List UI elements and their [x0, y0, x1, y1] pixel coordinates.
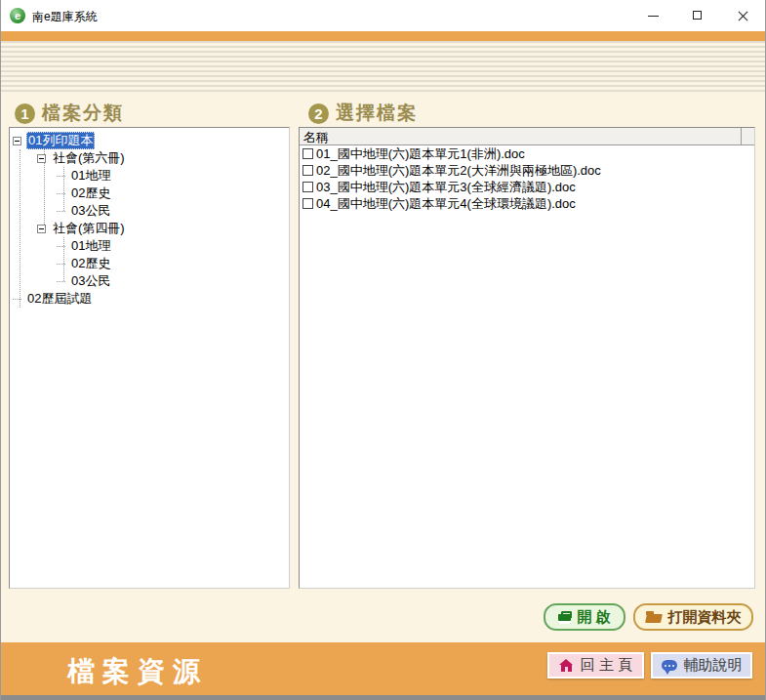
tree-item[interactable]: 02歷史 — [10, 185, 289, 202]
help-button[interactable]: 輔助說明 — [651, 652, 752, 679]
tree-item[interactable]: 01列印題本 — [10, 132, 289, 149]
app-icon: e — [10, 8, 25, 23]
close-button[interactable] — [720, 0, 765, 31]
window-title: 南e題庫系統 — [32, 9, 98, 25]
tree-item-label[interactable]: 03公民 — [69, 272, 112, 290]
collapse-icon[interactable] — [37, 225, 46, 233]
file-name[interactable]: 02_國中地理(六)題本單元2(大洋洲與兩極地區).doc — [316, 162, 601, 180]
checkbox[interactable] — [302, 198, 313, 209]
category-tree: 01列印題本 社會(第六冊) 01地理 02歷史 03公民 社會(第四冊) 01… — [9, 127, 290, 589]
tree-item-label[interactable]: 01地理 — [69, 167, 112, 185]
window-bottom-edge — [1, 695, 765, 700]
open-folder-button-label: 打開資料夾 — [668, 608, 742, 627]
maximize-icon — [693, 11, 702, 20]
tree-item[interactable]: 01地理 — [10, 237, 289, 255]
minimize-button[interactable] — [630, 0, 675, 31]
app-window: e 南e題庫系統 1 檔案分類 2 選擇檔案 01列印題本 社會(第六冊) — [0, 0, 766, 700]
home-button-label: 回 主 頁 — [581, 656, 632, 675]
tree-item-label[interactable]: 02歷屆試題 — [25, 290, 94, 308]
folder-icon — [646, 611, 663, 623]
file-name[interactable]: 01_國中地理(六)題本單元1(非洲).doc — [316, 145, 525, 163]
home-icon — [559, 659, 574, 672]
file-list-item[interactable]: 02_國中地理(六)題本單元2(大洋洲與兩極地區).doc — [300, 162, 754, 179]
open-icon — [558, 611, 571, 624]
list-header: 名稱 — [300, 128, 754, 145]
file-list-item[interactable]: 03_國中地理(六)題本單元3(全球經濟議題).doc — [300, 179, 754, 195]
tree-item-label[interactable]: 社會(第四冊) — [51, 220, 127, 237]
help-bubble-icon — [662, 660, 677, 671]
tree-item-label[interactable]: 01地理 — [69, 237, 112, 255]
home-button[interactable]: 回 主 頁 — [547, 652, 644, 679]
tree-item-label[interactable]: 03公民 — [69, 202, 112, 220]
maximize-button[interactable] — [675, 0, 720, 31]
collapse-icon[interactable] — [37, 154, 46, 163]
file-name[interactable]: 03_國中地理(六)題本單元3(全球經濟議題).doc — [316, 179, 576, 196]
help-button-label: 輔助說明 — [684, 656, 743, 675]
tree-item-label[interactable]: 02歷史 — [69, 255, 112, 272]
section-title: 檔案分類 — [42, 101, 124, 126]
tree-item-label[interactable]: 02歷史 — [69, 185, 112, 202]
section-title: 選擇檔案 — [336, 101, 418, 126]
file-list: 名稱 01_國中地理(六)題本單元1(非洲).doc 02_國中地理(六)題本單… — [299, 127, 755, 589]
footer-bar: 檔案資源 回 主 頁 輔助說明 — [1, 642, 765, 695]
section-file-category: 1 檔案分類 — [15, 101, 124, 126]
title-bar: e 南e題庫系統 — [1, 0, 765, 31]
open-button[interactable]: 開 啟 — [544, 603, 625, 631]
tree-item[interactable]: 01地理 — [10, 167, 289, 185]
accent-strip — [1, 31, 765, 41]
collapse-icon[interactable] — [13, 137, 21, 145]
tree-connector — [13, 299, 21, 300]
tree-item[interactable]: 02歷屆試題 — [10, 290, 289, 308]
page-title: 檔案資源 — [67, 653, 208, 690]
tree-connector — [57, 264, 65, 265]
step-1-badge: 1 — [15, 103, 35, 124]
column-header-extra — [742, 128, 754, 144]
file-list-item[interactable]: 01_國中地理(六)題本單元1(非洲).doc — [300, 145, 754, 162]
open-folder-button[interactable]: 打開資料夾 — [633, 603, 753, 631]
tree-item[interactable]: 03公民 — [10, 202, 289, 220]
file-name[interactable]: 04_國中地理(六)題本單元4(全球環境議題).doc — [316, 195, 576, 213]
tree-item[interactable]: 03公民 — [10, 272, 289, 290]
tree-connector — [57, 211, 65, 212]
minimize-icon — [648, 16, 659, 17]
file-list-item[interactable]: 04_國中地理(六)題本單元4(全球環境議題).doc — [300, 195, 754, 212]
window-controls — [630, 0, 765, 31]
column-header-name[interactable]: 名稱 — [300, 128, 742, 144]
step-2-badge: 2 — [308, 103, 329, 124]
section-select-file: 2 選擇檔案 — [308, 101, 418, 126]
open-button-label: 開 啟 — [577, 608, 610, 627]
tree-connector — [57, 246, 65, 247]
tree-item[interactable]: 社會(第四冊) — [10, 220, 289, 237]
tree-connector — [57, 281, 65, 282]
tree-item[interactable]: 02歷史 — [10, 255, 289, 272]
striped-band — [1, 41, 765, 93]
tree-item-label[interactable]: 01列印題本 — [26, 132, 95, 149]
checkbox[interactable] — [302, 182, 313, 192]
tree-connector — [57, 193, 65, 194]
checkbox[interactable] — [302, 165, 313, 176]
tree-item-label[interactable]: 社會(第六冊) — [51, 149, 127, 167]
tree-connector — [57, 176, 65, 177]
checkbox[interactable] — [302, 148, 313, 159]
tree-item[interactable]: 社會(第六冊) — [10, 149, 289, 167]
